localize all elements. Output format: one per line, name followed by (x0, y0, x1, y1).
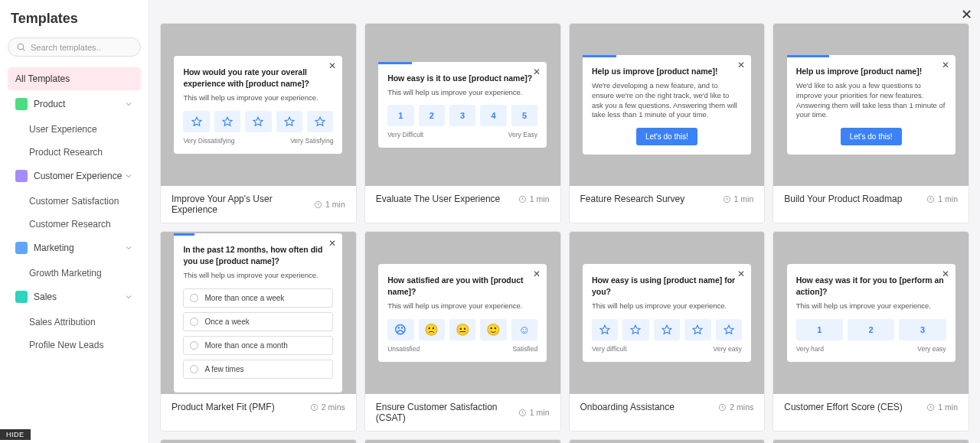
widget-close-icon[interactable]: ✕ (737, 60, 745, 70)
template-card[interactable]: ✕How big is your team? (569, 439, 766, 443)
number-option[interactable]: 1 (796, 319, 843, 340)
scale-right: Very Satisfying (290, 137, 333, 145)
star-option[interactable] (183, 111, 209, 132)
card-preview: ✕How easy was it for you to [perform an … (773, 232, 969, 394)
svg-marker-15 (662, 325, 671, 334)
star-option[interactable] (307, 111, 333, 132)
card-time: 1 min (926, 194, 958, 204)
cta-button[interactable]: Let's do this! (841, 128, 902, 145)
number-option[interactable]: 1 (387, 105, 413, 126)
template-card[interactable]: ✕How would you rate your overall experie… (160, 23, 357, 223)
nav-group[interactable]: Sales (8, 285, 141, 309)
card-title: Customer Effort Score (CES) (784, 402, 926, 412)
card-preview: ✕How easy is it to use [product name]?Th… (365, 24, 560, 186)
widget-close-icon[interactable]: ✕ (942, 269, 949, 279)
face-option[interactable]: 🙁 (419, 319, 445, 340)
number-option[interactable]: 4 (480, 105, 506, 126)
radio-icon (190, 341, 198, 350)
clock-icon (926, 195, 935, 204)
search-input[interactable] (31, 43, 132, 52)
category-icon (15, 170, 28, 182)
widget-close-icon[interactable]: ✕ (328, 60, 336, 71)
template-card[interactable]: ✕Help us improve [product name]!We're de… (569, 23, 766, 223)
card-footer: Build Your Product Roadmap1 min (773, 186, 969, 212)
search-box[interactable] (8, 37, 141, 57)
template-card[interactable]: ✕How easy is using [product name] for yo… (569, 231, 766, 432)
star-option[interactable] (245, 111, 271, 132)
nav-sub-item[interactable]: Product Research (8, 141, 141, 164)
nav-sub-item[interactable]: Profile New Leads (8, 334, 141, 357)
star-option[interactable] (214, 111, 240, 132)
card-time: 1 min (723, 194, 754, 204)
card-title: Improve Your App's User Experience (172, 194, 314, 215)
radio-option[interactable]: Once a week (183, 312, 333, 331)
nav-sub-item[interactable]: Sales Attribution (8, 311, 141, 334)
card-preview: ✕How satisfied are you with [product nam… (365, 232, 560, 394)
star-option[interactable] (592, 319, 618, 340)
radio-option[interactable]: More than once a month (183, 336, 333, 355)
card-title: Product Market Fit (PMF) (172, 402, 310, 412)
face-option[interactable]: ☹ (387, 319, 413, 340)
nav-sub-item[interactable]: Growth Marketing (8, 262, 141, 285)
face-option[interactable]: 🙂 (480, 319, 506, 340)
svg-marker-2 (192, 117, 201, 125)
number-option[interactable]: 5 (511, 105, 537, 126)
widget-close-icon[interactable]: ✕ (737, 269, 745, 279)
clock-icon (518, 409, 527, 417)
scale-left: Very difficult (592, 345, 627, 353)
card-preview: ✕What do you value most about our servic… (365, 440, 560, 443)
star-option[interactable] (684, 319, 710, 340)
card-preview: ✕What are the top challenges your compan… (773, 440, 969, 443)
card-title: Evaluate The User Experience (376, 194, 518, 204)
face-option[interactable]: 😐 (449, 319, 475, 340)
nav-sub-item[interactable]: User Experience (8, 118, 141, 141)
widget-close-icon[interactable]: ✕ (533, 67, 541, 77)
card-preview: ✕ (161, 440, 356, 443)
clock-icon (310, 403, 318, 412)
widget-close-icon[interactable]: ✕ (533, 269, 541, 279)
nav-sub-item[interactable]: Customer Satisfaction (8, 190, 141, 213)
clock-icon (723, 195, 731, 204)
svg-marker-17 (724, 325, 733, 334)
template-card[interactable]: ✕In the past 12 months, how often did yo… (160, 231, 357, 432)
template-card[interactable]: ✕What do you value most about our servic… (364, 439, 561, 443)
widget-heading: In the past 12 months, how often did you… (183, 244, 333, 265)
card-title: Onboarding Assistance (580, 402, 719, 412)
widget-desc: This will help us improve your experienc… (183, 93, 333, 103)
radio-option[interactable]: A few times (183, 360, 333, 379)
template-card[interactable]: ✕How easy is it to use [product name]?Th… (364, 23, 561, 223)
template-card[interactable]: ✕How easy was it for you to [perform an … (773, 231, 969, 432)
card-time: 1 min (518, 408, 550, 417)
nav-group[interactable]: Product (8, 92, 141, 116)
chevron-down-icon (124, 99, 133, 109)
card-time: 1 min (518, 194, 550, 204)
star-option[interactable] (654, 319, 680, 340)
face-option[interactable]: ☺ (511, 319, 537, 340)
star-option[interactable] (622, 319, 648, 340)
nav-all-templates[interactable]: All Templates (8, 67, 141, 90)
scale-right: Very easy (714, 345, 742, 353)
template-card[interactable]: ✕ (160, 439, 357, 443)
widget-close-icon[interactable]: ✕ (328, 238, 336, 249)
number-option[interactable]: 2 (419, 105, 445, 126)
number-option[interactable]: 2 (848, 319, 894, 340)
widget-close-icon[interactable]: ✕ (942, 60, 949, 70)
survey-widget: ✕In the past 12 months, how often did yo… (174, 233, 342, 392)
template-card[interactable]: ✕What are the top challenges your compan… (773, 439, 969, 443)
number-option[interactable]: 3 (899, 319, 946, 340)
svg-marker-13 (600, 325, 609, 334)
number-option[interactable]: 3 (449, 105, 475, 126)
nav-sub-item[interactable]: Customer Research (8, 213, 141, 236)
radio-option[interactable]: More than once a week (183, 288, 333, 308)
scale-right: Very Easy (508, 131, 537, 138)
hide-badge[interactable]: HIDE (0, 429, 31, 440)
nav-group[interactable]: Marketing (8, 236, 141, 260)
svg-point-0 (18, 44, 24, 50)
radio-icon (190, 294, 198, 302)
star-option[interactable] (276, 111, 302, 132)
star-option[interactable] (716, 319, 742, 340)
template-card[interactable]: ✕Help us improve [product name]!We'd lik… (773, 23, 969, 223)
nav-group[interactable]: Customer Experience (8, 164, 141, 188)
template-card[interactable]: ✕How satisfied are you with [product nam… (364, 231, 561, 432)
cta-button[interactable]: Let's do this! (636, 128, 697, 145)
